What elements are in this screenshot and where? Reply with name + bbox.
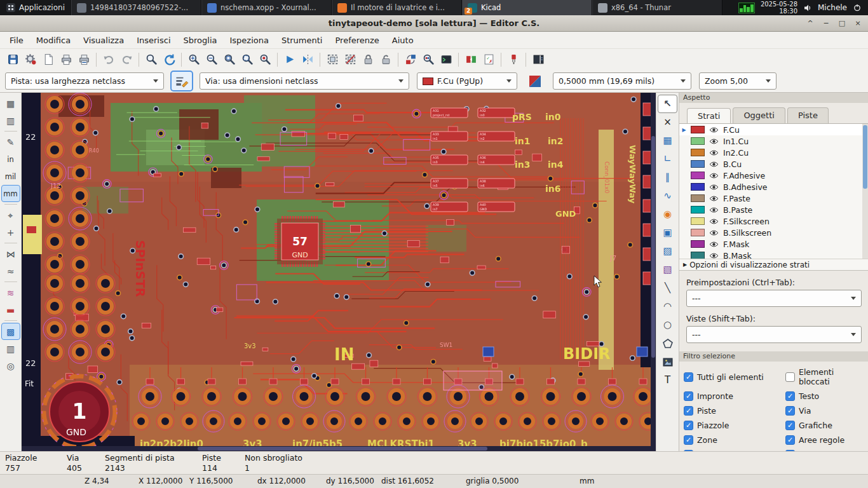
add-image-tool[interactable] [658,353,677,370]
pcb-canvas[interactable]: A31project_rstA32in0A33in1A34in2A35in3A3… [22,93,656,451]
board-setup-icon[interactable] [22,51,39,69]
filter-aree-regole[interactable]: ✓Aree regole [785,435,864,445]
swap-layers-icon[interactable] [402,51,419,69]
taskbar-window-il-motore-di-lavatrice-e-i[interactable]: Il motore di lavatrice e i... [332,0,462,15]
layer-color-swatch[interactable] [691,252,705,259]
find-icon[interactable] [142,51,160,69]
units-mm-button[interactable]: mm [2,186,20,201]
checkbox[interactable]: ✓ [684,406,693,416]
plot-icon[interactable] [75,51,93,69]
print-icon[interactable] [57,51,75,69]
zoom-in-icon[interactable]: + [185,51,203,69]
zoom-objects-icon[interactable] [256,51,274,69]
layer-row-in2-cu[interactable]: In2.Cu [679,147,868,158]
draw-polygon-tool[interactable] [658,335,677,352]
zoom-out-icon[interactable]: − [203,51,220,69]
volume-icon[interactable] [803,3,812,12]
tab-oggetti[interactable]: Oggetti [733,107,785,123]
clock[interactable]: 2025-05-28 18:30 [761,1,797,15]
filter-elementi-bloccati[interactable]: Elementi bloccati [785,367,864,386]
tune-length-tool[interactable]: ∿ [658,187,677,205]
select-tool[interactable]: ↖ [658,95,677,112]
layer-color-swatch[interactable] [691,183,705,191]
lock-icon[interactable] [359,51,377,69]
draw-line-tool[interactable]: ╲ [658,280,677,297]
add-footprint-tool[interactable]: ▣ [658,224,677,241]
layer-visibility-eye-icon[interactable] [709,149,719,156]
layers-scrollbar-thumb[interactable] [863,125,867,189]
grid-visibility-icon[interactable]: ▦ [2,95,20,111]
layer-row-f-adhesive[interactable]: F.Adhesive [679,170,868,181]
local-ratsnest-tool[interactable]: × [658,114,677,131]
run-drc-icon[interactable]: ✓✗ [480,51,498,69]
filter-tutti-gli-elementi[interactable]: ✓Tutti gli elementi [684,367,785,386]
redo-icon[interactable] [118,51,135,69]
draw-arc-tool[interactable]: ◠ [658,298,677,315]
menu-inserisci[interactable]: Inserisci [130,33,177,48]
grid-override-icon[interactable]: ▥ [2,112,20,128]
console-icon[interactable] [437,51,455,69]
filter-via[interactable]: ✓Via [785,406,864,416]
layer-color-swatch[interactable] [691,194,705,202]
layer-visibility-eye-icon[interactable] [709,126,719,133]
system-monitor-icon[interactable] [738,3,755,13]
layer-display-options[interactable]: ▶ Opzioni di visualizzazione strati [679,259,868,271]
checkbox[interactable]: ✓ [684,421,693,430]
checkbox[interactable]: ✓ [785,435,795,445]
close-button[interactable]: × [851,18,864,29]
undo-icon[interactable] [100,51,118,69]
filter-testo[interactable]: ✓Testo [785,391,864,401]
layer-color-swatch[interactable] [691,160,705,168]
filter-piazzole[interactable]: ✓Piazzole [684,421,785,430]
rule-area-tool[interactable]: ▧ [658,261,677,278]
menu-aiuto[interactable]: Aiuto [386,33,420,48]
units-in-button[interactable]: in [2,151,20,167]
maximize-button[interactable]: □ [836,18,848,29]
presets-select[interactable]: --- [686,290,862,307]
polar-coords-icon[interactable]: ⌖ [2,207,20,223]
menu-modifica[interactable]: Modifica [30,33,77,48]
menu-file[interactable]: File [3,33,30,48]
draw-circle-tool[interactable]: ○ [658,316,677,334]
layer-visibility-eye-icon[interactable] [709,184,719,191]
layer-row-b-cu[interactable]: B.Cu [679,158,868,170]
filter-zone[interactable]: ✓Zone [684,435,785,445]
zoom-select[interactable]: Zoom 5,00 [699,72,776,90]
filter-grafiche[interactable]: ✓Grafiche [785,421,864,430]
layer-row-f-cu[interactable]: ▶F.Cu [679,124,868,135]
layer-color-swatch[interactable] [691,172,705,179]
layer-row-f-silkscreen[interactable]: F.Silkscreen [679,215,868,227]
canvas-vscrollbar-thumb[interactable] [651,136,655,358]
layer-select[interactable]: F.Cu (PgUp) [417,72,517,90]
shade-button[interactable]: ^ [804,18,817,29]
canvas-vscrollbar[interactable] [651,93,656,451]
checkbox[interactable]: ✓ [684,391,693,401]
mirror-view-icon[interactable] [299,51,316,69]
layer-visibility-eye-icon[interactable] [709,229,719,236]
layer-row-f-paste[interactable]: F.Paste [679,193,868,204]
checkbox[interactable]: ✓ [785,421,795,430]
layer-row-b-mask[interactable]: B.Mask [679,250,868,259]
layers-scrollbar[interactable] [862,124,868,259]
layer-color-swatch[interactable] [691,149,705,156]
menu-preferenze[interactable]: Preferenze [329,33,385,48]
pcb-canvas-container[interactable]: A31project_rstA32in0A33in1A34in2A35in3A3… [22,93,656,451]
canvas-hscrollbar[interactable] [22,446,651,451]
units-mil-button[interactable]: mil [2,168,20,184]
user-menu[interactable]: Michele [818,3,847,12]
pad-sketch-mode-icon[interactable]: ◎ [2,358,20,374]
layer-row-b-silkscreen[interactable]: B.Silkscreen [679,227,868,238]
layer-visibility-eye-icon[interactable] [709,195,719,202]
checkbox[interactable]: ✓ [684,372,693,382]
zoom-fit-icon[interactable] [220,51,238,69]
track-display-icon[interactable]: ▬ [2,302,20,318]
applications-menu-button[interactable]: Applicazioni [0,0,71,15]
plugin-icon[interactable] [505,51,522,69]
menu-visualizza[interactable]: Visualizza [77,33,130,48]
taskbar-window-x86-64-thunar[interactable]: x86_64 - Thunar [592,0,722,15]
layer-row-in1-cu[interactable]: In1.Cu [679,135,868,147]
edit-predefined-sizes-button[interactable] [172,72,192,90]
views-select[interactable]: --- [686,326,862,343]
highlight-net-tool[interactable]: ▦ [658,132,677,149]
taskbar-window-1498418037480967522[interactable]: 1498418037480967522-... [71,0,201,15]
